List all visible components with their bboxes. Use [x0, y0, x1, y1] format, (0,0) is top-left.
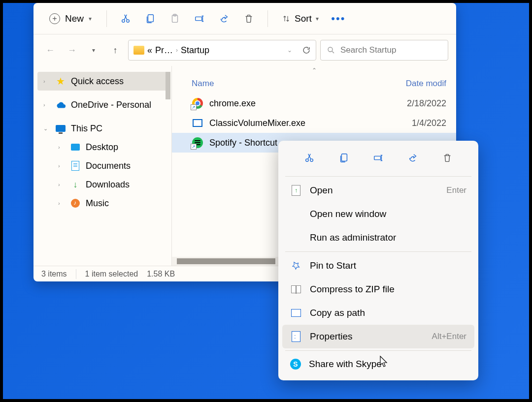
- cut-icon[interactable]: [115, 8, 136, 30]
- status-selected-count: 1 item selected: [85, 270, 138, 278]
- breadcrumb-segment[interactable]: Startup: [181, 45, 209, 56]
- recent-locations-chevron[interactable]: ▾: [85, 41, 102, 59]
- file-row[interactable]: ↗ chrome.exe 2/18/2022: [172, 93, 456, 113]
- search-box[interactable]: [320, 40, 448, 61]
- monitor-icon: [55, 123, 66, 134]
- column-header-name[interactable]: Name: [192, 79, 406, 89]
- file-row[interactable]: ClassicVolumeMixer.exe 1/4/2022: [172, 113, 456, 133]
- status-size: 1.58 KB: [147, 270, 175, 278]
- status-item-count: 3 items: [41, 270, 67, 278]
- chevron-right-icon[interactable]: ›: [58, 163, 65, 169]
- context-menu-open[interactable]: Open Enter: [282, 179, 474, 202]
- column-header-date[interactable]: Date modif: [406, 79, 446, 89]
- blank-icon: [290, 232, 302, 244]
- context-menu-pin-start[interactable]: Pin to Start: [282, 254, 474, 278]
- sidebar-label: OneDrive - Personal: [71, 100, 151, 110]
- sidebar-item-quick-access[interactable]: › ★ Quick access: [37, 72, 167, 91]
- divider: [285, 251, 471, 252]
- menu-label: Open new window: [310, 209, 386, 219]
- chevron-right-icon[interactable]: ›: [58, 200, 65, 206]
- download-icon: ↓: [70, 179, 81, 190]
- blank-icon: [290, 208, 302, 220]
- file-date: 2/18/2022: [407, 98, 446, 109]
- sidebar-label: Desktop: [86, 142, 118, 153]
- svg-point-7: [306, 159, 309, 162]
- sidebar-item-onedrive[interactable]: › OneDrive - Personal: [37, 95, 167, 114]
- sidebar-item-downloads[interactable]: › ↓ Downloads: [37, 175, 167, 194]
- paste-icon[interactable]: [164, 8, 186, 30]
- divider: [285, 176, 471, 177]
- document-icon: [70, 160, 81, 171]
- sidebar-item-this-pc[interactable]: ⌄ This PC: [37, 119, 167, 138]
- share-icon[interactable]: [213, 8, 235, 30]
- context-menu-properties[interactable]: Properties Alt+Enter: [282, 325, 474, 348]
- refresh-icon[interactable]: [302, 46, 311, 55]
- context-menu: Open Enter Open new window Run as admini…: [278, 141, 478, 380]
- up-button[interactable]: ↑: [106, 41, 124, 59]
- chevron-right-icon[interactable]: ›: [176, 47, 178, 54]
- context-menu-copy-path[interactable]: Copy as path: [282, 301, 474, 325]
- new-button[interactable]: + New ▾: [42, 10, 99, 27]
- folder-icon: [133, 46, 144, 55]
- menu-shortcut: Enter: [446, 186, 466, 195]
- scrollbar-thumb[interactable]: [177, 258, 275, 264]
- chevron-right-icon[interactable]: ›: [58, 144, 65, 150]
- divider: [285, 350, 471, 351]
- sidebar-label: This PC: [71, 124, 102, 134]
- properties-icon: [290, 331, 302, 342]
- context-menu-compress[interactable]: Compress to ZIP file: [282, 278, 474, 301]
- sort-label: Sort: [295, 13, 312, 24]
- divider: [76, 269, 76, 279]
- svg-rect-10: [374, 156, 381, 159]
- file-date: 1/4/2022: [412, 118, 446, 128]
- svg-point-8: [310, 159, 313, 162]
- copy-icon[interactable]: [139, 8, 161, 30]
- file-name: ClassicVolumeMixer.exe: [209, 118, 406, 128]
- divider: [106, 10, 107, 27]
- column-headers: Name Date modif: [172, 74, 456, 93]
- column-collapse-icon[interactable]: ⌃: [172, 66, 456, 74]
- context-menu-share-skype[interactable]: S Share with Skype: [282, 353, 474, 375]
- sort-button[interactable]: Sort ▾: [276, 10, 325, 27]
- sidebar-item-documents[interactable]: › Documents: [37, 156, 167, 175]
- rename-icon[interactable]: [189, 8, 210, 30]
- breadcrumb-prefix: «: [147, 45, 152, 56]
- chevron-down-icon[interactable]: ⌄: [287, 47, 292, 54]
- pin-icon: [288, 258, 304, 274]
- chevron-down-icon[interactable]: ⌄: [43, 125, 50, 132]
- breadcrumb-segment[interactable]: Pr…: [155, 45, 173, 56]
- sidebar-item-music[interactable]: › Music: [37, 194, 167, 213]
- music-icon: [70, 198, 81, 209]
- chevron-right-icon[interactable]: ›: [58, 182, 65, 187]
- delete-icon[interactable]: [238, 8, 260, 30]
- rename-icon[interactable]: [369, 149, 388, 167]
- back-button[interactable]: ←: [41, 41, 59, 59]
- context-menu-run-admin[interactable]: Run as administrator: [282, 226, 474, 249]
- share-icon[interactable]: [403, 149, 422, 167]
- chrome-icon: ↗: [192, 97, 203, 109]
- more-button[interactable]: •••: [328, 8, 349, 30]
- cut-icon[interactable]: [300, 149, 319, 167]
- chevron-down-icon: ▾: [89, 15, 92, 22]
- skype-icon: S: [290, 359, 301, 370]
- chevron-right-icon[interactable]: ›: [43, 78, 50, 84]
- context-menu-open-new-window[interactable]: Open new window: [282, 202, 474, 226]
- search-input[interactable]: [340, 45, 442, 55]
- desktop-icon: [70, 142, 81, 153]
- chevron-right-icon[interactable]: ›: [43, 102, 50, 108]
- svg-rect-9: [341, 154, 347, 161]
- search-icon: [327, 46, 335, 55]
- menu-label: Run as administrator: [310, 232, 396, 243]
- forward-button[interactable]: →: [63, 41, 81, 59]
- copy-icon[interactable]: [334, 149, 353, 167]
- sidebar-item-desktop[interactable]: › Desktop: [37, 138, 167, 156]
- address-bar[interactable]: « Pr… › Startup ⌄: [128, 40, 316, 61]
- sidebar-label: Downloads: [86, 180, 130, 190]
- open-icon: [290, 185, 302, 196]
- sort-icon: [282, 14, 291, 23]
- scrollbar-thumb[interactable]: [166, 72, 170, 99]
- spotify-icon: ↗: [192, 137, 203, 149]
- delete-icon[interactable]: [438, 149, 457, 167]
- menu-label: Open: [310, 185, 332, 196]
- menu-label: Properties: [310, 331, 353, 342]
